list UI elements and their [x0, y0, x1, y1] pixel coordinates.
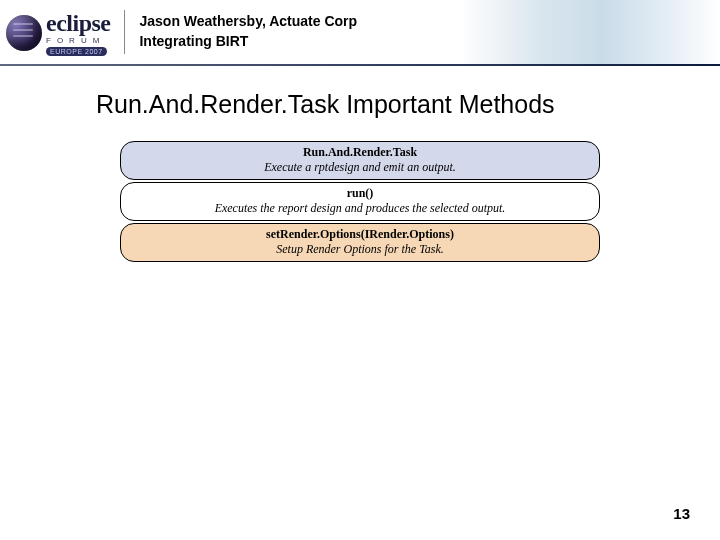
subtitle-line: Integrating BIRT — [139, 32, 357, 52]
eclipse-orb-icon — [6, 15, 42, 51]
header-divider — [124, 10, 125, 54]
class-box: Run.And.Render.Task Execute a rptdesign … — [120, 141, 600, 180]
author-line: Jason Weathersby, Actuate Corp — [139, 12, 357, 32]
class-name: Run.And.Render.Task — [131, 145, 589, 160]
logo-year-badge: EUROPE 2007 — [46, 47, 107, 56]
page-number: 13 — [673, 505, 690, 522]
method-box: run() Executes the report design and pro… — [120, 182, 600, 221]
header-bg-decoration — [460, 0, 720, 64]
slide-content: Run.And.Render.Task Important Methods Ru… — [0, 66, 720, 262]
slide-header: eclipse FORUM EUROPE 2007 Jason Weathers… — [0, 0, 720, 64]
logo-word: eclipse — [46, 11, 110, 35]
slide-title: Run.And.Render.Task Important Methods — [96, 90, 680, 119]
method-box: setRender.Options(IRender.Options) Setup… — [120, 223, 600, 262]
class-desc: Execute a rptdesign and emit an output. — [131, 160, 589, 175]
method-name: setRender.Options(IRender.Options) — [131, 227, 589, 242]
method-desc: Executes the report design and produces … — [131, 201, 589, 216]
header-text: Jason Weathersby, Actuate Corp Integrati… — [139, 12, 357, 51]
logo-subtext: FORUM — [46, 37, 110, 45]
eclipse-logo: eclipse FORUM EUROPE 2007 — [6, 11, 110, 56]
method-name: run() — [131, 186, 589, 201]
method-desc: Setup Render Options for the Task. — [131, 242, 589, 257]
